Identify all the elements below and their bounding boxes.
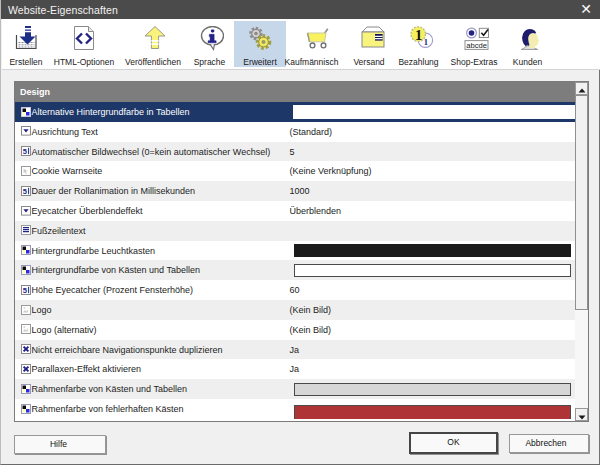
svg-text:abcde: abcde <box>466 41 487 50</box>
svg-text:1: 1 <box>414 27 421 43</box>
